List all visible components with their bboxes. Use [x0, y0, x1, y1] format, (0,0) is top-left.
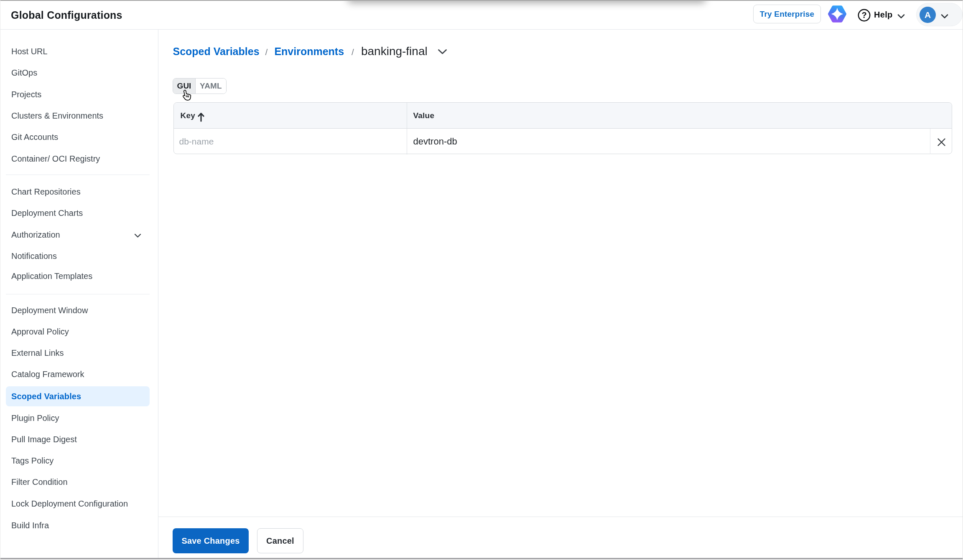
svg-text:?: ?: [861, 10, 866, 20]
